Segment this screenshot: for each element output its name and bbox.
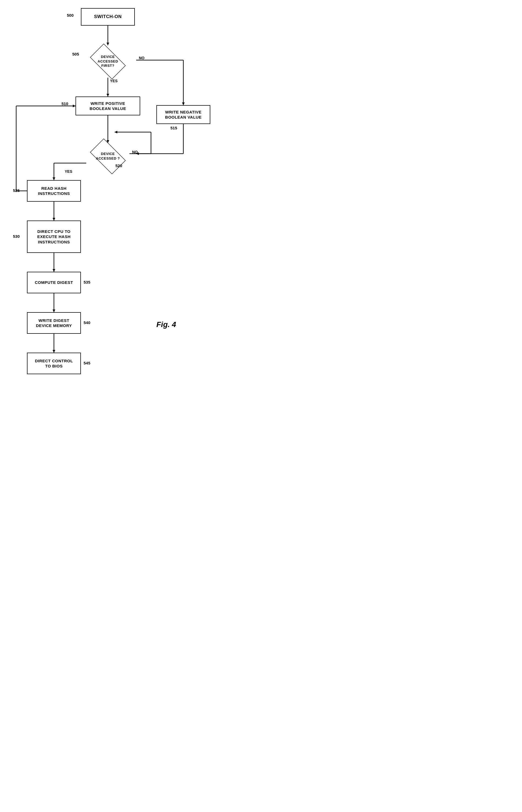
connectors — [0, 0, 261, 406]
switch-on-box: SWITCH-ON — [81, 8, 135, 26]
label-510: 510 — [61, 101, 68, 106]
svg-marker-3 — [106, 94, 109, 97]
device-accessed-diamond: DEVICE ACCESSED ? — [86, 143, 129, 170]
label-545: 545 — [84, 361, 90, 365]
svg-marker-18 — [115, 131, 117, 134]
svg-marker-1 — [106, 43, 109, 45]
no-label-2: NO — [132, 150, 138, 154]
label-505: 505 — [72, 52, 79, 56]
read-hash-box: READ HASH INSTRUCTIONS — [27, 180, 81, 202]
write-negative-box: WRITE NEGATIVE BOOLEAN VALUE — [156, 105, 210, 124]
label-530: 530 — [13, 234, 20, 239]
svg-marker-22 — [53, 269, 55, 272]
label-515: 515 — [170, 126, 177, 130]
label-540: 540 — [84, 320, 90, 325]
flowchart-diagram: SWITCH-ON 500 DEVICE ACCESSED FIRST? 505… — [0, 0, 261, 406]
svg-marker-14 — [53, 177, 55, 180]
device-accessed-first-diamond: DEVICE ACCESSED FIRST? — [86, 45, 129, 78]
svg-marker-24 — [53, 309, 55, 312]
compute-digest-box: COMPUTE DIGEST — [27, 272, 81, 293]
svg-marker-26 — [53, 350, 55, 352]
yes-label-2: YES — [65, 169, 72, 174]
svg-marker-20 — [53, 218, 55, 221]
figure-label: Fig. 4 — [156, 320, 176, 329]
no-label-1: NO — [139, 56, 144, 60]
label-525: 525 — [13, 188, 20, 193]
label-500: 500 — [67, 13, 74, 18]
direct-cpu-box: DIRECT CPU TO EXECUTE HASH INSTRUCTIONS — [27, 221, 81, 253]
label-520: 520 — [115, 163, 122, 168]
svg-marker-6 — [182, 102, 185, 105]
label-535: 535 — [84, 280, 90, 284]
write-positive-box: WRITE POSITIVE BOOLEAN VALUE — [76, 97, 140, 115]
yes-label-1: YES — [110, 79, 118, 83]
svg-marker-30 — [73, 105, 76, 107]
direct-bios-box: DIRECT CONTROL TO BIOS — [27, 352, 81, 374]
write-digest-box: WRITE DIGEST DEVICE MEMORY — [27, 312, 81, 334]
